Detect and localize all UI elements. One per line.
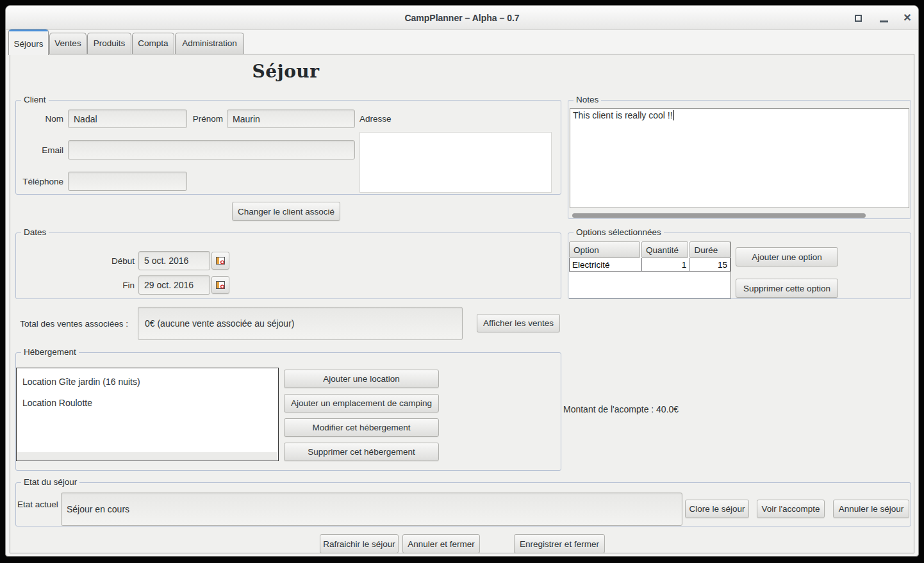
- close-icon[interactable]: [902, 12, 913, 24]
- edit-hebergement-button[interactable]: Modifier cet hébergement: [284, 418, 439, 437]
- refresh-sejour-button[interactable]: Rafraichir le séjour: [320, 534, 399, 553]
- client-frame: Client Nom Nadal Prénom Maurin Adresse E…: [15, 100, 561, 195]
- notes-horizontal-scrollbar[interactable]: [572, 213, 866, 218]
- show-sales-button[interactable]: Afficher les ventes: [477, 314, 560, 332]
- dates-frame: Dates Début 5 oct. 2016 Fin 29 oct. 2016: [15, 233, 561, 299]
- tab-ventes[interactable]: Ventes: [49, 33, 87, 54]
- fin-calendar-button[interactable]: [211, 276, 229, 294]
- debut-label: Début: [16, 251, 135, 270]
- calendar-icon: [215, 256, 226, 266]
- maximize-icon[interactable]: [855, 15, 862, 22]
- nom-field: Nadal: [68, 110, 187, 128]
- debut-date-value: 5 oct. 2016: [144, 256, 188, 266]
- notes-textarea[interactable]: This client is really cool !!: [570, 108, 909, 208]
- client-frame-label: Client: [21, 95, 49, 104]
- prenom-value: Maurin: [233, 114, 260, 124]
- cell-option: Electricité: [569, 258, 642, 272]
- adresse-field: [359, 132, 552, 193]
- etat-actuel-value: Séjour en cours: [67, 504, 129, 514]
- options-frame-label: Options sélectionnées: [573, 227, 664, 237]
- sales-total-value: 0€ (aucune vente associée au séjour): [145, 318, 294, 329]
- add-camping-spot-button[interactable]: Ajouter un emplacement de camping: [284, 394, 439, 412]
- table-row[interactable]: Electricité 1 15: [569, 258, 730, 272]
- cancel-and-close-button[interactable]: Annuler et fermer: [402, 534, 480, 553]
- notes-frame: Notes This client is really cool !!: [568, 100, 911, 219]
- telephone-label: Téléphone: [16, 172, 63, 191]
- close-sejour-button[interactable]: Clore le séjour: [685, 500, 749, 518]
- options-frame: Options sélectionnées Option Quantité Du…: [568, 233, 911, 299]
- cell-duree: 15: [689, 258, 730, 272]
- window-title: CampPlanner – Alpha – 0.7: [6, 6, 918, 30]
- titlebar: CampPlanner – Alpha – 0.7: [6, 6, 918, 30]
- calendar-icon: [215, 280, 226, 290]
- hebergement-frame: Hébergement Location Gîte jardin (16 nui…: [15, 352, 561, 471]
- hebergement-list-scrollbar[interactable]: [17, 452, 277, 460]
- prenom-label: Prénom: [190, 110, 223, 128]
- view-acompte-button[interactable]: Voir l'accompte: [757, 500, 825, 518]
- save-and-close-button[interactable]: Enregistrer et fermer: [514, 534, 605, 553]
- list-item[interactable]: Location Roulotte: [17, 395, 277, 411]
- column-header-option[interactable]: Option: [569, 241, 640, 258]
- dates-frame-label: Dates: [21, 227, 49, 237]
- cell-quantite: 1: [642, 258, 690, 272]
- hebergement-list: Location Gîte jardin (16 nuits) Location…: [16, 368, 279, 461]
- fin-label: Fin: [16, 275, 135, 295]
- add-location-button[interactable]: Ajouter une location: [284, 370, 439, 388]
- tab-compta[interactable]: Compta: [132, 33, 174, 54]
- email-label: Email: [16, 140, 63, 159]
- page-title: Séjour: [10, 61, 561, 82]
- app-window: CampPlanner – Alpha – 0.7 Séjours Ventes…: [5, 5, 919, 557]
- tab-administration[interactable]: Administration: [175, 33, 244, 54]
- delete-hebergement-button[interactable]: Supprimer cet hébergement: [284, 443, 439, 461]
- tab-produits[interactable]: Produits: [87, 33, 131, 54]
- list-item[interactable]: Location Gîte jardin (16 nuits): [17, 373, 277, 390]
- minimize-icon[interactable]: [880, 20, 888, 22]
- column-header-quantite[interactable]: Quantité: [641, 241, 688, 258]
- options-table: Option Quantité Durée Electricité 1 15: [569, 241, 731, 298]
- nom-label: Nom: [16, 110, 63, 128]
- prenom-field: Maurin: [227, 110, 355, 128]
- text-cursor: [673, 110, 674, 120]
- debut-calendar-button[interactable]: [211, 252, 229, 270]
- options-table-header: Option Quantité Durée: [569, 241, 730, 258]
- change-client-button[interactable]: Changer le client associé: [232, 202, 340, 221]
- column-header-duree[interactable]: Durée: [689, 241, 730, 258]
- email-field: [68, 140, 355, 159]
- hebergement-frame-label: Hébergement: [21, 347, 79, 357]
- nom-value: Nadal: [74, 114, 97, 124]
- remove-option-button[interactable]: Supprimer cette option: [736, 279, 838, 298]
- etat-actuel-label: Etat actuel: [17, 483, 60, 526]
- fin-date-value: 29 oct. 2016: [144, 280, 194, 290]
- telephone-field: [68, 172, 187, 191]
- add-option-button[interactable]: Ajouter une option: [736, 247, 838, 266]
- notes-text: This client is really cool !!: [573, 110, 673, 120]
- cancel-sejour-button[interactable]: Annuler le séjour: [833, 500, 909, 518]
- etat-frame: Etat du séjour Etat actuel Séjour en cou…: [15, 482, 911, 526]
- etat-actuel-field: Séjour en cours: [61, 493, 682, 526]
- adresse-label: Adresse: [359, 110, 398, 128]
- tab-sejours[interactable]: Séjours: [8, 29, 49, 55]
- debut-date-field: 5 oct. 2016: [138, 251, 210, 270]
- sales-total-field: 0€ (aucune vente associée au séjour): [138, 307, 463, 340]
- fin-date-field: 29 oct. 2016: [138, 275, 210, 295]
- acompte-amount-text: Montant de l'acompte : 40.0€: [563, 404, 679, 414]
- sejour-page: Séjour Client Nom Nadal Prénom Maurin Ad…: [10, 54, 914, 553]
- sales-total-label: Total des ventes associées :: [12, 307, 128, 340]
- notes-frame-label: Notes: [573, 95, 601, 104]
